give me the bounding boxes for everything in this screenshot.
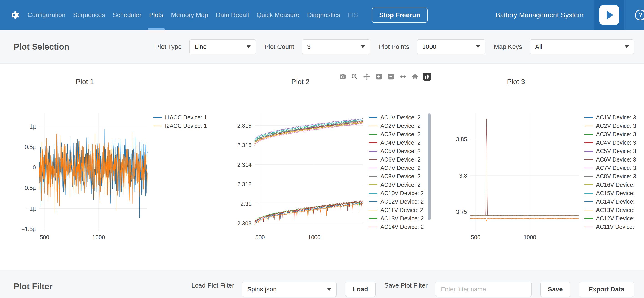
legend-item[interactable]: AC7V Device: 2: [369, 164, 424, 172]
legend-item[interactable]: AC14V Device: 2: [369, 223, 424, 231]
plot-2-canvas[interactable]: 50010002.3182.3162.3142.3122.312.308: [236, 105, 365, 245]
plot-points-dropdown[interactable]: 1000: [417, 39, 485, 54]
nav-item-eis[interactable]: EIS: [344, 0, 362, 30]
legend-item[interactable]: AC2V Device: 3: [584, 122, 636, 130]
zoom-in-icon[interactable]: [374, 72, 383, 81]
legend-item[interactable]: AC5V Device: 3: [584, 147, 636, 155]
legend-label: AC3V Device: 2: [380, 131, 420, 138]
legend-swatch: [369, 159, 378, 160]
legend-scrollbar[interactable]: [428, 113, 431, 220]
legend-label: AC6V Device: 2: [380, 156, 420, 163]
plot-type-dropdown[interactable]: Line: [190, 39, 256, 54]
chevron-down-icon: [327, 288, 331, 291]
legend-item[interactable]: AC15V Device:: [584, 189, 636, 198]
plot-count-dropdown[interactable]: 3: [302, 39, 370, 54]
nav-item-configuration[interactable]: Configuration: [24, 0, 69, 30]
load-filter-dropdown[interactable]: Spins.json: [242, 282, 336, 297]
legend-item[interactable]: AC9V Device: 2: [369, 180, 424, 189]
plot-card-1: Plot 1 50010001µ0.5µ0−0.5µ−1µ−1.5µ I1ACC…: [20, 78, 212, 245]
settings-gear-icon[interactable]: [7, 8, 22, 22]
legend-item[interactable]: AC12V Device: 2: [369, 198, 424, 206]
pan-icon[interactable]: [362, 72, 371, 81]
legend-swatch: [584, 193, 593, 194]
nav-item-data-recall[interactable]: Data Recall: [212, 0, 253, 30]
legend-item[interactable]: AC7V Device: 3: [584, 164, 636, 172]
legend-item[interactable]: AC3V Device: 2: [369, 130, 424, 138]
legend-label: I2ACC Device: 1: [165, 122, 207, 129]
legend-item[interactable]: AC4V Device: 2: [369, 138, 424, 147]
legend-label: AC2V Device: 3: [596, 122, 636, 129]
save-button[interactable]: Save: [540, 282, 570, 297]
legend-swatch: [584, 168, 593, 168]
nav-item-sequences[interactable]: Sequences: [69, 0, 109, 30]
svg-text:3.85: 3.85: [456, 136, 467, 142]
svg-text:2.31: 2.31: [240, 201, 252, 207]
legend-item[interactable]: AC4V Device: 3: [584, 138, 636, 147]
filter-name-input[interactable]: [435, 282, 532, 297]
legend-item[interactable]: AC16V Device:: [584, 180, 636, 189]
play-button[interactable]: [594, 0, 624, 30]
svg-text:1000: 1000: [524, 234, 536, 240]
plotly-logo-icon[interactable]: [423, 72, 432, 81]
map-keys-dropdown[interactable]: All: [530, 39, 634, 54]
nav-item-scheduler[interactable]: Scheduler: [109, 0, 145, 30]
load-button[interactable]: Load: [345, 282, 376, 297]
play-icon: [600, 5, 619, 25]
legend-label: AC11V Device: 2: [380, 207, 424, 214]
plot-1-legend: I1ACC Device: 1I2ACC Device: 1: [153, 113, 207, 245]
plots-row: Plot 1 50010001µ0.5µ0−0.5µ−1µ−1.5µ I1ACC…: [0, 64, 644, 245]
legend-item[interactable]: AC12V Device:: [584, 214, 636, 223]
legend-item[interactable]: AC8V Device: 2: [369, 172, 424, 180]
legend-swatch: [369, 210, 378, 210]
autoscale-icon[interactable]: [399, 72, 407, 81]
legend-label: AC13V Device:: [596, 207, 635, 214]
legend-item[interactable]: I1ACC Device: 1: [153, 113, 207, 122]
legend-item[interactable]: AC5V Device: 2: [369, 147, 424, 155]
legend-item[interactable]: AC2V Device: 2: [369, 122, 424, 130]
nav-item-quick-measure[interactable]: Quick Measure: [253, 0, 303, 30]
svg-text:500: 500: [40, 234, 49, 240]
legend-item[interactable]: AC1V Device: 2: [369, 113, 424, 122]
plot-count-value: 3: [307, 43, 311, 50]
svg-text:0: 0: [33, 164, 36, 170]
legend-item[interactable]: I2ACC Device: 1: [153, 122, 207, 130]
legend-label: AC14V Device:: [596, 198, 635, 205]
plot-3-canvas[interactable]: 50010003.853.83.75: [451, 105, 581, 245]
stop-freerun-button[interactable]: Stop Freerun: [372, 8, 427, 23]
nav-item-diagnostics[interactable]: Diagnostics: [303, 0, 344, 30]
legend-item[interactable]: AC13V Device: 2: [369, 214, 424, 223]
svg-text:−1µ: −1µ: [26, 206, 36, 212]
legend-item[interactable]: AC6V Device: 2: [369, 155, 424, 164]
legend-swatch: [369, 126, 378, 126]
camera-icon[interactable]: [338, 72, 347, 81]
legend-swatch: [369, 176, 378, 177]
legend-swatch: [584, 201, 593, 202]
legend-item[interactable]: AC6V Device: 3: [584, 155, 636, 164]
legend-item[interactable]: AC3V Device: 3: [584, 130, 636, 138]
plot-1-canvas[interactable]: 50010001µ0.5µ0−0.5µ−1µ−1.5µ: [20, 105, 150, 245]
legend-swatch: [153, 117, 162, 118]
plot-type-label: Plot Type: [155, 43, 182, 50]
legend-label: AC16V Device:: [596, 182, 635, 188]
reset-axes-home-icon[interactable]: [411, 72, 419, 81]
svg-text:2.318: 2.318: [237, 122, 252, 129]
legend-item[interactable]: AC8V Device: 3: [584, 172, 636, 180]
legend-label: AC8V Device: 3: [596, 173, 636, 180]
plot-3-title: Plot 3: [451, 78, 581, 86]
nav-item-plots[interactable]: Plots: [145, 0, 167, 30]
legend-item[interactable]: AC11V Device:: [584, 223, 636, 231]
nav-item-memory-map[interactable]: Memory Map: [167, 0, 212, 30]
plot-card-2: Plot 2 50010002.3182.3162.3142.3122.312.…: [236, 78, 428, 245]
legend-label: AC7V Device: 2: [380, 165, 420, 171]
zoom-out-icon[interactable]: [386, 72, 395, 81]
svg-text:1000: 1000: [92, 234, 105, 240]
legend-item[interactable]: AC14V Device:: [584, 198, 636, 206]
chevron-down-icon: [246, 46, 250, 48]
help-button[interactable]: ?: [635, 10, 644, 20]
export-data-button[interactable]: Export Data: [579, 282, 634, 297]
legend-item[interactable]: AC10V Device: 2: [369, 189, 424, 198]
zoom-icon[interactable]: [350, 72, 359, 81]
legend-item[interactable]: AC11V Device: 2: [369, 206, 424, 214]
legend-item[interactable]: AC13V Device:: [584, 206, 636, 214]
legend-item[interactable]: AC1V Device: 3: [584, 113, 636, 122]
